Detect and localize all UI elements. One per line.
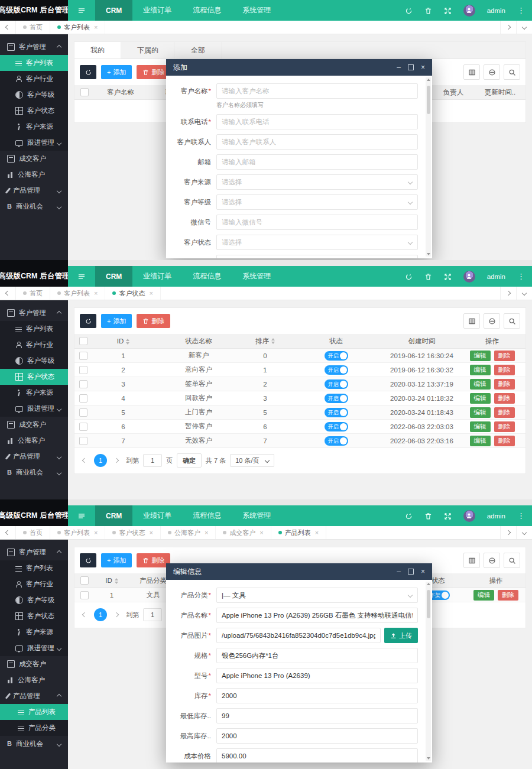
status-toggle[interactable]: 开启 bbox=[325, 365, 348, 375]
sidebar-item-customer-list[interactable]: 客户列表 bbox=[0, 55, 68, 71]
upload-button[interactable]: 上传 bbox=[384, 628, 418, 643]
columns-icon[interactable] bbox=[463, 313, 480, 329]
page-1-button[interactable]: 1 bbox=[94, 608, 107, 621]
customer-source-select[interactable]: 请选择 bbox=[216, 174, 418, 190]
sidebar-item-product-list[interactable]: 产品列表 bbox=[0, 704, 68, 720]
print-icon[interactable] bbox=[484, 313, 500, 329]
avatar[interactable] bbox=[463, 271, 475, 283]
modal-header[interactable]: 添加 – × bbox=[166, 59, 432, 76]
sidebar-item-customer-level[interactable]: 客户等级 bbox=[0, 87, 68, 103]
cost-price-input[interactable] bbox=[216, 748, 418, 762]
phone-input[interactable] bbox=[216, 114, 418, 129]
delete-button[interactable]: 删除 bbox=[137, 314, 170, 328]
edit-button[interactable]: 编辑 bbox=[470, 379, 491, 390]
modal-header[interactable]: 编辑信息 – × bbox=[166, 563, 432, 580]
username[interactable]: admin bbox=[487, 512, 505, 520]
tab-close-icon[interactable]: × bbox=[94, 290, 98, 297]
sidebar-group-business-opp[interactable]: B商业机会 bbox=[0, 199, 68, 215]
sidebar-item-deal-customers[interactable]: 成交客户 bbox=[0, 656, 68, 672]
sidebar-group-customer-mgmt[interactable]: 客户管理 bbox=[0, 544, 68, 560]
row-checkbox[interactable] bbox=[79, 394, 87, 403]
sidebar-item-customer-source[interactable]: 客户来源 bbox=[0, 119, 68, 135]
row-checkbox[interactable] bbox=[79, 380, 87, 388]
refresh-icon[interactable] bbox=[405, 5, 413, 16]
col-status-name[interactable]: 状态名称 bbox=[154, 337, 243, 346]
sort-icon[interactable] bbox=[115, 578, 118, 584]
tab-home[interactable]: 首页 bbox=[16, 287, 50, 300]
modal-scrollbar[interactable] bbox=[426, 582, 431, 761]
kebab-menu-icon[interactable]: ⋮ bbox=[517, 6, 525, 15]
sidebar-item-public-customers[interactable]: 公海客户 bbox=[0, 672, 68, 688]
tab-home[interactable]: 首页 bbox=[16, 526, 50, 539]
sidebar-group-follow-mgmt[interactable]: 跟进管理 bbox=[0, 640, 68, 656]
stock-input[interactable] bbox=[216, 688, 418, 703]
nav-item-orders[interactable]: 业绩订单 bbox=[132, 266, 182, 287]
status-toggle[interactable]: 开启 bbox=[325, 351, 348, 361]
row-checkbox[interactable] bbox=[79, 366, 87, 374]
print-icon[interactable] bbox=[484, 64, 500, 80]
add-button[interactable]: +添加 bbox=[101, 314, 132, 328]
sort-icon[interactable] bbox=[271, 338, 275, 344]
search-icon[interactable] bbox=[504, 553, 520, 568]
sidebar-item-customer-source[interactable]: 客户来源 bbox=[0, 624, 68, 640]
sidebar-group-business-opp[interactable]: B商业机会 bbox=[0, 465, 68, 481]
add-button[interactable]: +添加 bbox=[101, 65, 132, 79]
row-checkbox[interactable] bbox=[79, 352, 87, 360]
tab-all[interactable]: 全部 bbox=[175, 42, 222, 59]
refresh-icon[interactable] bbox=[405, 511, 413, 521]
tabs-scroll-left-icon[interactable] bbox=[0, 287, 16, 300]
sidebar-group-product-mgmt[interactable]: 产品管理 bbox=[0, 688, 68, 704]
nav-item-crm[interactable]: CRM bbox=[95, 0, 132, 21]
wechat-input[interactable] bbox=[216, 215, 418, 230]
tab-mine[interactable]: 我的 bbox=[74, 42, 121, 59]
collapse-sidebar-icon[interactable] bbox=[68, 505, 95, 526]
select-all-checkbox[interactable] bbox=[80, 576, 89, 585]
status-toggle[interactable]: 开启 bbox=[325, 394, 348, 403]
product-category-select[interactable]: |— 文具 bbox=[216, 588, 418, 603]
clear-cache-icon[interactable] bbox=[424, 271, 432, 282]
customer-level-select[interactable]: 请选择 bbox=[216, 194, 418, 210]
edit-button[interactable]: 编辑 bbox=[470, 421, 491, 432]
search-icon[interactable] bbox=[504, 64, 520, 80]
sidebar-item-customer-level[interactable]: 客户等级 bbox=[0, 592, 68, 608]
tab-customer-status[interactable]: 客户状态× bbox=[105, 526, 160, 539]
tab-close-icon[interactable]: × bbox=[94, 529, 98, 536]
tab-public-customers[interactable]: 公海客户× bbox=[161, 526, 216, 539]
model-input[interactable] bbox=[216, 668, 418, 683]
sidebar-group-product-mgmt[interactable]: 产品管理 bbox=[0, 449, 68, 465]
col-owner[interactable]: 负责人 bbox=[432, 88, 475, 97]
delete-row-button[interactable]: 删除 bbox=[494, 365, 515, 375]
tab-close-icon[interactable]: × bbox=[315, 529, 319, 536]
jump-confirm-button[interactable]: 确定 bbox=[177, 453, 202, 468]
email-input[interactable] bbox=[216, 154, 418, 170]
tab-close-icon[interactable]: × bbox=[149, 529, 153, 536]
clear-cache-icon[interactable] bbox=[424, 511, 432, 521]
print-icon[interactable] bbox=[484, 553, 500, 568]
status-toggle[interactable]: 开启 bbox=[325, 436, 348, 446]
prev-page-icon[interactable] bbox=[79, 455, 90, 466]
collapse-sidebar-icon[interactable] bbox=[68, 0, 95, 21]
tabs-menu-icon[interactable] bbox=[516, 287, 532, 300]
remark-textarea[interactable]: 请输入备注 bbox=[216, 255, 418, 258]
refresh-button[interactable] bbox=[80, 553, 96, 567]
sidebar-item-customer-source[interactable]: 客户来源 bbox=[0, 385, 68, 401]
next-page-icon[interactable] bbox=[111, 609, 122, 620]
customer-status-select[interactable]: 请选择 bbox=[216, 235, 418, 250]
refresh-icon[interactable] bbox=[405, 271, 413, 282]
fullscreen-icon[interactable] bbox=[444, 511, 452, 521]
delete-row-button[interactable]: 删除 bbox=[494, 407, 515, 418]
refresh-button[interactable] bbox=[80, 65, 96, 79]
select-all-checkbox[interactable] bbox=[80, 88, 89, 96]
tab-product-list[interactable]: 产品列表× bbox=[271, 526, 326, 539]
close-icon[interactable]: × bbox=[421, 63, 425, 72]
sidebar-group-customer-mgmt[interactable]: 客户管理 bbox=[0, 39, 68, 55]
sidebar-group-business-opp[interactable]: B商业机会 bbox=[0, 736, 68, 752]
nav-item-crm[interactable]: CRM bbox=[95, 505, 132, 526]
sidebar-item-customer-status[interactable]: 客户状态 bbox=[0, 369, 68, 385]
tab-close-icon[interactable]: × bbox=[149, 290, 153, 297]
sidebar-item-customer-status[interactable]: 客户状态 bbox=[0, 608, 68, 624]
tab-subordinates[interactable]: 下属的 bbox=[121, 42, 175, 59]
nav-item-workflow[interactable]: 流程信息 bbox=[182, 266, 232, 287]
min-stock-input[interactable] bbox=[216, 708, 418, 723]
sidebar-item-deal-customers[interactable]: 成交客户 bbox=[0, 151, 68, 167]
